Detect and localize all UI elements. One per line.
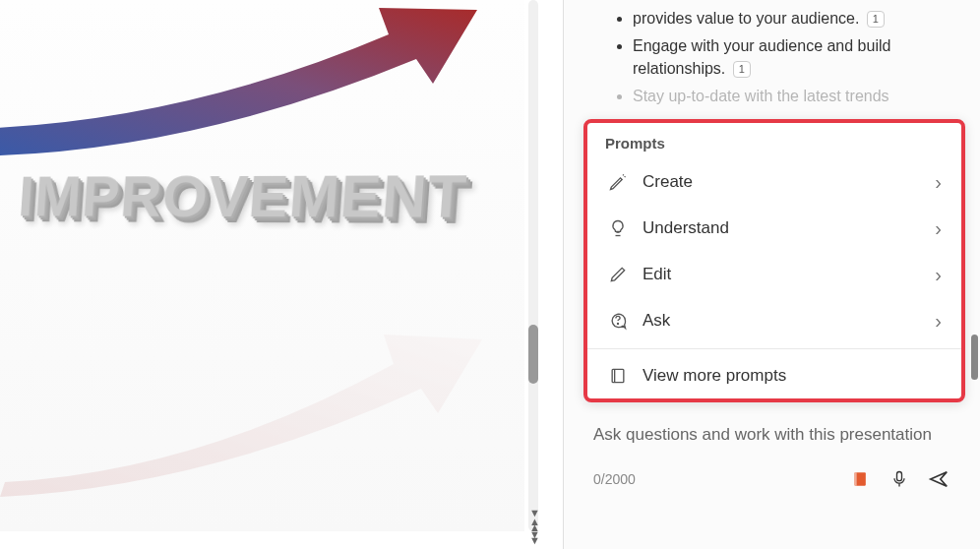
chevron-right-icon: › <box>935 217 942 240</box>
prompt-create[interactable]: Create › <box>587 159 961 206</box>
reference-badge[interactable]: 1 <box>733 61 751 78</box>
pencil-icon <box>607 264 629 285</box>
upward-arrow-graphic <box>0 0 517 157</box>
svg-rect-4 <box>897 471 902 480</box>
prompt-edit[interactable]: Edit › <box>587 252 961 298</box>
microphone-icon[interactable] <box>883 462 916 496</box>
prompts-book-icon[interactable] <box>843 462 877 496</box>
bullet-text: Engage with your audience and build rela… <box>633 37 890 76</box>
bullet-text: Stay up-to-date with the latest trends <box>633 88 889 104</box>
divider <box>587 348 961 349</box>
slide-headline: IMPROVEMENT <box>17 161 470 231</box>
reference-badge[interactable]: 1 <box>867 11 885 28</box>
copilot-panel: provides value to your audience. 1 Engag… <box>564 0 980 549</box>
prompt-label: Ask <box>643 311 935 331</box>
prompts-card: Prompts Create › Understand › Edit › <box>583 119 965 402</box>
input-placeholder[interactable]: Ask questions and work with this present… <box>587 424 961 458</box>
book-icon <box>607 365 629 387</box>
bullet-text: provides value to your audience. <box>633 10 859 27</box>
slide-scrollbar-track[interactable] <box>528 0 538 531</box>
prompt-label: Create <box>643 172 935 192</box>
slide-nav-arrows[interactable]: ▼ ▲▲ ▼▼ <box>529 507 540 544</box>
prompt-label: Edit <box>643 265 935 284</box>
prompt-label: View more prompts <box>643 366 942 386</box>
bullet-item: provides value to your audience. 1 <box>633 8 965 30</box>
chevron-right-icon: › <box>935 264 942 286</box>
prompts-header: Prompts <box>587 123 961 159</box>
pen-sparkle-icon <box>607 171 629 193</box>
response-bullets: provides value to your audience. 1 Engag… <box>583 0 965 124</box>
arrow-reflection <box>0 266 521 521</box>
bullet-item-truncated: Stay up-to-date with the latest trends <box>633 86 965 107</box>
slide-scrollbar-thumb[interactable] <box>528 325 538 384</box>
prompt-label: Understand <box>643 218 935 238</box>
prompt-understand[interactable]: Understand › <box>587 206 961 252</box>
lightbulb-icon <box>607 217 629 239</box>
nav-double-down-icon[interactable]: ▼▼ <box>529 531 540 544</box>
prompt-view-more[interactable]: View more prompts <box>587 353 961 398</box>
chat-input-area[interactable]: Ask questions and work with this present… <box>583 424 965 500</box>
chat-question-icon <box>607 310 629 332</box>
char-count: 0/2000 <box>593 471 837 487</box>
bullet-item: Engage with your audience and build rela… <box>633 35 965 80</box>
send-icon[interactable] <box>922 462 955 496</box>
svg-rect-3 <box>854 472 857 485</box>
slide-canvas: IMPROVEMENT <box>0 0 524 531</box>
prompt-ask[interactable]: Ask › <box>587 298 961 344</box>
chevron-right-icon: › <box>935 171 942 194</box>
panel-scrollbar-thumb[interactable] <box>971 335 978 380</box>
chevron-right-icon: › <box>935 310 942 333</box>
svg-rect-1 <box>612 369 624 382</box>
slide-preview: IMPROVEMENT ▼ ▲▲ ▼▼ <box>0 0 564 549</box>
input-footer: 0/2000 <box>587 458 961 500</box>
svg-point-0 <box>618 323 619 324</box>
